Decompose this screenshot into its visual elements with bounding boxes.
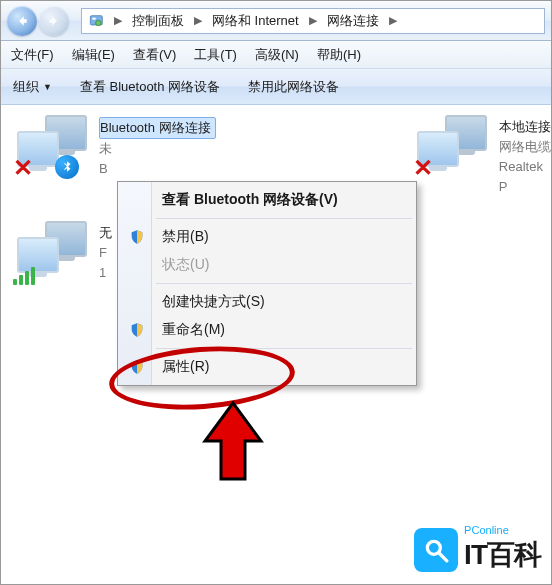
shield-icon <box>128 321 146 339</box>
connection-icon: ✕ <box>15 115 89 177</box>
disconnected-x-icon: ✕ <box>412 157 434 179</box>
breadcrumb-arrow[interactable]: ▶ <box>110 14 126 27</box>
menu-advanced[interactable]: 高级(N) <box>255 46 299 64</box>
connection-detail: 1 <box>99 265 106 280</box>
ctx-status: 状态(U) <box>120 251 414 279</box>
watermark-subtext: PConline <box>464 525 541 536</box>
connection-detail: Realtek P <box>499 159 543 194</box>
breadcrumb-network-internet[interactable]: 网络和 Internet <box>206 9 305 33</box>
context-menu: 查看 Bluetooth 网络设备(V) 禁用(B) 状态(U) 创建快捷方式(… <box>117 181 417 386</box>
separator <box>156 348 412 349</box>
toolbar: 组织 ▼ 查看 Bluetooth 网络设备 禁用此网络设备 <box>1 69 551 105</box>
shield-icon <box>128 228 146 246</box>
menu-file[interactable]: 文件(F) <box>11 46 54 64</box>
menu-tools[interactable]: 工具(T) <box>194 46 237 64</box>
watermark: PConline IT百科 <box>414 525 541 574</box>
separator <box>156 283 412 284</box>
ctx-create-shortcut[interactable]: 创建快捷方式(S) <box>120 288 414 316</box>
separator <box>156 218 412 219</box>
ctx-disable[interactable]: 禁用(B) <box>120 223 414 251</box>
shield-icon <box>128 358 146 376</box>
connection-name: Bluetooth 网络连接 <box>99 117 216 139</box>
address-bar[interactable]: ▶ 控制面板 ▶ 网络和 Internet ▶ 网络连接 ▶ <box>81 8 545 34</box>
signal-bars-icon <box>13 267 35 285</box>
control-panel-icon <box>88 12 106 30</box>
ctx-view-bt-devices[interactable]: 查看 Bluetooth 网络设备(V) <box>120 186 414 214</box>
ctx-properties[interactable]: 属性(R) <box>120 353 414 381</box>
menu-bar: 文件(F) 编辑(E) 查看(V) 工具(T) 高级(N) 帮助(H) <box>1 41 551 69</box>
svg-rect-1 <box>92 17 95 19</box>
disconnected-x-icon: ✕ <box>12 157 34 179</box>
toolbar-disable-device[interactable]: 禁用此网络设备 <box>248 78 339 96</box>
menu-edit[interactable]: 编辑(E) <box>72 46 115 64</box>
svg-line-4 <box>439 553 447 561</box>
connection-icon <box>15 221 89 283</box>
arrow-right-icon <box>47 14 61 28</box>
breadcrumb-arrow[interactable]: ▶ <box>190 14 206 27</box>
connection-icon: ✕ <box>415 115 489 177</box>
breadcrumb-arrow[interactable]: ▶ <box>305 14 321 27</box>
svg-point-2 <box>96 20 101 25</box>
breadcrumb-control-panel[interactable]: 控制面板 <box>126 9 190 33</box>
menu-view[interactable]: 查看(V) <box>133 46 176 64</box>
breadcrumb-network-connections[interactable]: 网络连接 <box>321 9 385 33</box>
bluetooth-icon <box>55 155 79 179</box>
connection-name: 无 <box>99 223 112 243</box>
connection-status: 网络电缆 <box>499 139 551 154</box>
breadcrumb-arrow[interactable]: ▶ <box>385 14 401 27</box>
watermark-main: IT百科 <box>464 536 541 574</box>
toolbar-organize[interactable]: 组织 ▼ <box>13 78 52 96</box>
forward-button[interactable] <box>39 6 69 36</box>
watermark-logo-icon <box>414 528 458 572</box>
connection-name: 本地连接 <box>499 117 551 137</box>
back-button[interactable] <box>7 6 37 36</box>
toolbar-organize-label: 组织 <box>13 78 39 96</box>
connection-detail: B <box>99 161 108 176</box>
menu-help[interactable]: 帮助(H) <box>317 46 361 64</box>
connection-status: 未 <box>99 141 112 156</box>
chevron-down-icon: ▼ <box>43 82 52 92</box>
toolbar-view-bt-devices[interactable]: 查看 Bluetooth 网络设备 <box>80 78 220 96</box>
nav-bar: ▶ 控制面板 ▶ 网络和 Internet ▶ 网络连接 ▶ <box>1 1 551 41</box>
connection-status: F <box>99 245 107 260</box>
ctx-rename[interactable]: 重命名(M) <box>120 316 414 344</box>
connection-lan[interactable]: ✕ 本地连接 网络电缆 Realtek P <box>415 115 551 197</box>
arrow-left-icon <box>15 14 29 28</box>
